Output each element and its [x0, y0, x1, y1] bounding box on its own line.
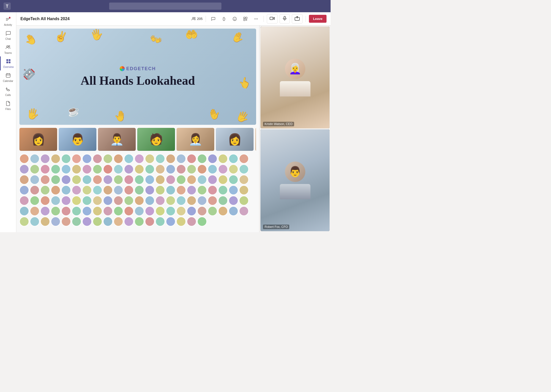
- avatar-49[interactable]: [61, 175, 71, 185]
- avatar-130[interactable]: [218, 206, 228, 216]
- sidebar-item-files[interactable]: Files: [0, 99, 16, 113]
- avatar-53[interactable]: [103, 175, 113, 185]
- avatar-80[interactable]: [155, 185, 165, 195]
- avatar-73[interactable]: [82, 185, 92, 195]
- avatar-77[interactable]: [124, 185, 134, 195]
- avatar-121[interactable]: [124, 206, 134, 216]
- avatar-95[interactable]: [82, 196, 92, 205]
- raise-hand-button[interactable]: [220, 15, 228, 23]
- avatar-66[interactable]: [239, 175, 249, 185]
- avatar-12[interactable]: [134, 154, 144, 164]
- avatar-117[interactable]: [82, 206, 92, 216]
- avatar-13[interactable]: [145, 154, 155, 164]
- avatar-11[interactable]: [124, 154, 134, 164]
- avatar-62[interactable]: [197, 175, 207, 185]
- avatar-47[interactable]: [40, 175, 50, 185]
- avatar-82[interactable]: [176, 185, 186, 195]
- avatar-36[interactable]: [155, 164, 165, 174]
- video-card-robert[interactable]: 👨 Robert Fox, CFO: [260, 129, 330, 231]
- avatar-138[interactable]: [72, 217, 81, 226]
- avatar-83[interactable]: [187, 185, 196, 195]
- participant-thumb-7[interactable]: 👱‍♀️: [255, 128, 256, 151]
- avatar-27[interactable]: [61, 164, 71, 174]
- avatar-64[interactable]: [218, 175, 228, 185]
- sidebar-item-calls[interactable]: Calls: [0, 84, 16, 99]
- avatar-15[interactable]: [166, 154, 176, 164]
- avatar-39[interactable]: [187, 164, 196, 174]
- avatar-75[interactable]: [103, 185, 113, 195]
- avatar-6[interactable]: [72, 154, 81, 164]
- avatar-69[interactable]: [40, 185, 50, 195]
- avatar-139[interactable]: [82, 217, 92, 226]
- avatar-81[interactable]: [166, 185, 176, 195]
- avatar-100[interactable]: [134, 196, 144, 205]
- avatar-107[interactable]: [208, 196, 217, 205]
- avatar-5[interactable]: [61, 154, 71, 164]
- avatar-41[interactable]: [208, 164, 217, 174]
- sidebar-item-activity[interactable]: Activity: [0, 14, 16, 28]
- avatar-110[interactable]: [239, 196, 249, 205]
- avatar-135[interactable]: [40, 217, 50, 226]
- avatar-40[interactable]: [197, 164, 207, 174]
- avatar-29[interactable]: [82, 164, 92, 174]
- avatar-59[interactable]: [166, 175, 176, 185]
- avatar-137[interactable]: [61, 217, 71, 226]
- avatar-144[interactable]: [134, 217, 144, 226]
- avatar-115[interactable]: [61, 206, 71, 216]
- avatar-105[interactable]: [187, 196, 196, 205]
- chat-toggle-button[interactable]: [209, 15, 218, 23]
- apps-button[interactable]: [241, 15, 250, 23]
- search-input[interactable]: [109, 3, 221, 10]
- avatar-1[interactable]: [19, 154, 29, 164]
- avatar-131[interactable]: [229, 206, 238, 216]
- avatar-72[interactable]: [72, 185, 81, 195]
- avatar-60[interactable]: [176, 175, 186, 185]
- avatar-141[interactable]: [103, 217, 113, 226]
- avatar-67[interactable]: [19, 185, 29, 195]
- participant-thumb-4[interactable]: 🧑: [137, 128, 175, 151]
- avatar-129[interactable]: [208, 206, 217, 216]
- avatar-85[interactable]: [208, 185, 217, 195]
- avatar-74[interactable]: [93, 185, 102, 195]
- avatar-126[interactable]: [176, 206, 186, 216]
- avatar-8[interactable]: [93, 154, 102, 164]
- avatar-17[interactable]: [187, 154, 196, 164]
- avatar-32[interactable]: [114, 164, 123, 174]
- avatar-106[interactable]: [197, 196, 207, 205]
- avatar-9[interactable]: [103, 154, 113, 164]
- avatar-45[interactable]: [19, 175, 29, 185]
- avatar-38[interactable]: [176, 164, 186, 174]
- avatar-10[interactable]: [114, 154, 123, 164]
- avatar-24[interactable]: [30, 164, 40, 174]
- avatar-26[interactable]: [51, 164, 60, 174]
- share-button[interactable]: [292, 14, 303, 23]
- avatar-3[interactable]: [40, 154, 50, 164]
- avatar-14[interactable]: [155, 154, 165, 164]
- avatar-48[interactable]: [51, 175, 60, 185]
- avatar-86[interactable]: [218, 185, 228, 195]
- avatar-63[interactable]: [208, 175, 217, 185]
- participant-thumb-1[interactable]: 👩: [19, 128, 57, 151]
- avatar-140[interactable]: [93, 217, 102, 226]
- avatar-25[interactable]: [40, 164, 50, 174]
- avatar-42[interactable]: [218, 164, 228, 174]
- sidebar-item-overview[interactable]: Overview: [0, 56, 16, 70]
- avatar-99[interactable]: [124, 196, 134, 205]
- avatar-43[interactable]: [229, 164, 238, 174]
- avatar-114[interactable]: [51, 206, 60, 216]
- avatar-142[interactable]: [114, 217, 123, 226]
- avatar-37[interactable]: [166, 164, 176, 174]
- avatar-68[interactable]: [30, 185, 40, 195]
- avatar-89[interactable]: [19, 196, 29, 205]
- avatar-28[interactable]: [72, 164, 81, 174]
- avatar-71[interactable]: [61, 185, 71, 195]
- participant-thumb-2[interactable]: 👨: [59, 128, 96, 151]
- avatar-30[interactable]: [93, 164, 102, 174]
- avatar-55[interactable]: [124, 175, 134, 185]
- avatar-120[interactable]: [114, 206, 123, 216]
- avatar-46[interactable]: [30, 175, 40, 185]
- participants-count[interactable]: 205: [191, 17, 203, 21]
- avatar-108[interactable]: [218, 196, 228, 205]
- avatar-57[interactable]: [145, 175, 155, 185]
- avatar-127[interactable]: [187, 206, 196, 216]
